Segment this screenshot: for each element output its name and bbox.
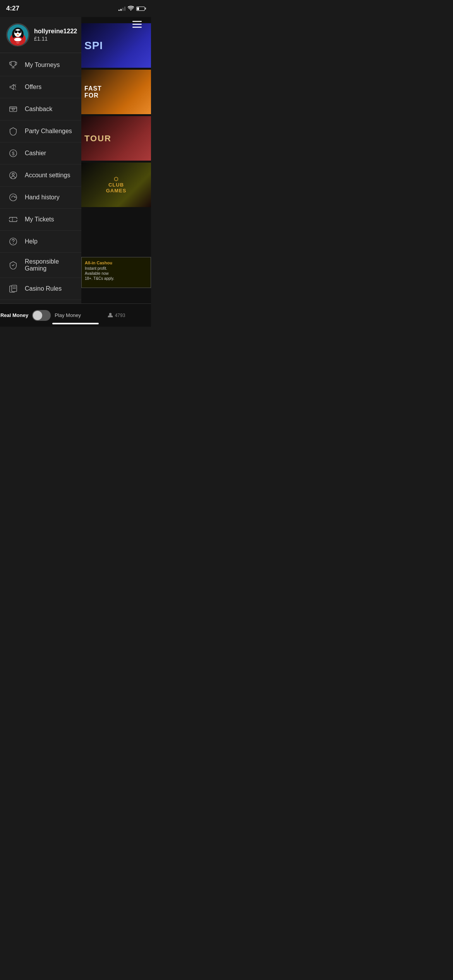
svg-text:$: $	[12, 151, 15, 156]
thumb-tour[interactable]: TOUR	[81, 116, 151, 161]
svg-point-25	[12, 173, 14, 176]
sidebar-item-label: My Tourneys	[25, 62, 60, 69]
cashout-text: Instant profit. Available now 18+. T&Cs …	[85, 266, 148, 281]
hamburger-button[interactable]	[129, 17, 145, 33]
status-bar: 4:27	[0, 0, 151, 17]
cashout-banner[interactable]: All-in Cashou Instant profit. Available …	[81, 257, 151, 288]
help-circle-icon	[8, 236, 19, 247]
sidebar-item-label: Party Challenges	[25, 128, 72, 135]
sidebar-item-label: Hand history	[25, 194, 60, 201]
thumb-club[interactable]: ⬡CLUBGAMES	[81, 163, 151, 207]
thumb-club-text: ⬡CLUBGAMES	[81, 173, 151, 197]
sidebar-item-rate-app[interactable]: Rate Our App	[0, 300, 81, 303]
sidebar-item-account-settings[interactable]: Account settings	[0, 164, 81, 187]
thumb-fast-text: FASTFOR	[81, 82, 151, 102]
sidebar: hollyreine1222 £1.11 My Tourneys Offers	[0, 0, 81, 327]
sidebar-item-hand-history[interactable]: Hand history	[0, 187, 81, 209]
svg-point-29	[13, 243, 14, 243]
svg-rect-0	[132, 21, 142, 22]
sidebar-item-my-tourneys[interactable]: My Tourneys	[0, 54, 81, 76]
user-info: hollyreine1222 £1.11	[34, 28, 77, 42]
thumb-tour-text: TOUR	[81, 130, 151, 147]
sidebar-item-label: Offers	[25, 84, 41, 91]
screen: SPI FASTFOR TOUR ⬡CLUBGAMES All-in Casho…	[0, 0, 151, 327]
status-icons	[118, 5, 145, 12]
sidebar-item-label: My Tickets	[25, 216, 54, 223]
sidebar-item-label: Cashier	[25, 150, 46, 157]
sidebar-item-casino-rules[interactable]: Casino Rules	[0, 278, 81, 300]
sidebar-item-help[interactable]: Help	[0, 231, 81, 253]
svg-rect-1	[132, 24, 142, 25]
balance: £1.11	[34, 36, 77, 42]
sidebar-item-label: Account settings	[25, 172, 70, 179]
sidebar-item-party-challenges[interactable]: Party Challenges	[0, 120, 81, 142]
sidebar-item-my-tickets[interactable]: My Tickets	[0, 209, 81, 231]
sidebar-item-label: Responsible Gaming	[25, 258, 74, 272]
dollar-circle-icon: $	[8, 148, 19, 159]
status-time: 4:27	[6, 5, 19, 12]
cashback-icon	[8, 104, 19, 115]
sidebar-item-label: Casino Rules	[25, 285, 62, 292]
sidebar-item-responsible-gaming[interactable]: Responsible Gaming	[0, 253, 81, 278]
thumb-fast[interactable]: FASTFOR	[81, 70, 151, 114]
sidebar-item-label: Help	[25, 238, 38, 245]
sidebar-item-cashback[interactable]: Cashback	[0, 98, 81, 120]
refresh-circle-icon	[8, 192, 19, 203]
sidebar-item-label: Cashback	[25, 106, 52, 113]
person-circle-icon	[8, 170, 19, 181]
menu-list: My Tourneys Offers Cashback	[0, 54, 81, 303]
svg-point-14	[14, 38, 22, 41]
battery-icon	[136, 7, 145, 11]
real-money-label: Real Money	[0, 312, 28, 318]
sidebar-item-offers[interactable]: Offers	[0, 76, 81, 98]
shield-check-icon	[8, 260, 19, 271]
svg-rect-2	[132, 27, 142, 28]
signal-bars-icon	[118, 6, 125, 11]
wifi-icon	[128, 5, 134, 12]
bg-right: SPI FASTFOR TOUR ⬡CLUBGAMES All-in Casho…	[81, 0, 151, 327]
cashout-title: All-in Cashou	[85, 260, 148, 265]
money-mode-toggle[interactable]	[32, 310, 51, 321]
cards-icon	[8, 283, 19, 294]
svg-rect-19	[10, 107, 17, 112]
home-indicator	[52, 323, 99, 324]
user-profile: hollyreine1222 £1.11	[0, 17, 81, 53]
avatar	[6, 23, 29, 46]
username: hollyreine1222	[34, 28, 77, 35]
trophy-icon	[8, 60, 19, 70]
shield-icon	[8, 126, 19, 137]
megaphone-icon	[8, 82, 19, 93]
thumb-spin-text: SPI	[81, 36, 151, 55]
sidebar-item-cashier[interactable]: $ Cashier	[0, 142, 81, 164]
ticket-icon	[8, 214, 19, 225]
play-money-label: Play Money	[55, 312, 81, 318]
toggle-knob	[33, 311, 42, 320]
players-count: 4793	[107, 313, 125, 318]
svg-point-20	[12, 108, 14, 110]
